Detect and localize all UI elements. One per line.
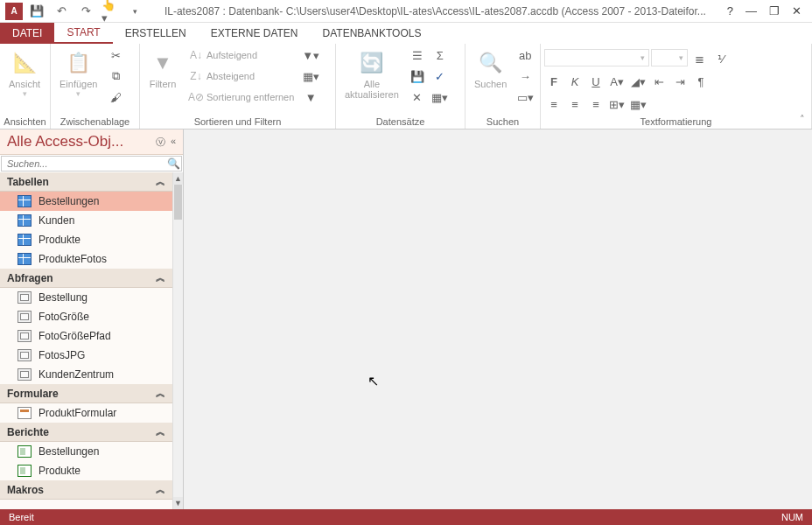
decrease-indent-icon[interactable]: ⇤ [649, 72, 668, 91]
group-datensaetze-label: Datensätze [340, 115, 461, 129]
nav-scrollbar[interactable]: ▲ ▼ [172, 172, 183, 509]
redo-icon[interactable]: ↷ [77, 3, 94, 20]
new-record-icon[interactable]: ☰ [408, 46, 427, 65]
table-item-bestellungen[interactable]: Bestellungen [0, 192, 172, 211]
sort-desc-icon: Z↓ [189, 69, 203, 83]
form-item-produktformular[interactable]: ProduktFormular [0, 403, 172, 423]
text-direction-icon[interactable]: ¶ [691, 72, 710, 91]
suchen-button[interactable]: 🔍 Suchen [469, 46, 512, 93]
query-item-fotosjpg[interactable]: FotosJPG [0, 346, 172, 365]
help-icon[interactable]: ? [727, 4, 733, 18]
replace-icon[interactable]: ab [515, 46, 535, 65]
touch-mode-icon[interactable]: 👆▾ [102, 3, 119, 20]
chevron-up-icon: ︽ [156, 425, 165, 438]
tab-datei[interactable]: DATEI [0, 23, 54, 44]
close-icon[interactable]: ✕ [792, 4, 802, 18]
font-color-icon[interactable]: A▾ [607, 72, 626, 91]
fill-color-icon[interactable]: ◢▾ [628, 72, 648, 91]
totals-icon[interactable]: Σ [430, 46, 450, 65]
window-title: IL-ates2087 : Datenbank- C:\Users\user4\… [144, 5, 727, 18]
table-item-produkte[interactable]: Produkte [0, 230, 172, 249]
align-right-icon[interactable]: ≡ [586, 94, 606, 114]
cat-tabellen[interactable]: Tabellen︽ [0, 172, 172, 192]
tab-start[interactable]: START [54, 23, 112, 44]
align-center-icon[interactable]: ≡ [565, 94, 584, 114]
item-label: FotosJPG [38, 349, 85, 361]
underline-icon[interactable]: U [586, 72, 606, 91]
save-icon[interactable]: 💾 [28, 3, 46, 20]
delete-record-icon[interactable]: ✕ [408, 88, 427, 107]
search-icon[interactable]: 🔍 [165, 158, 181, 170]
form-icon [18, 407, 32, 419]
query-item-bestellung[interactable]: Bestellung [0, 288, 172, 307]
report-item-bestellungen[interactable]: Bestellungen [0, 442, 172, 461]
report-item-produkte[interactable]: Produkte [0, 461, 172, 480]
more-records-icon[interactable]: ▦▾ [430, 88, 450, 107]
query-item-fotogroessepfad[interactable]: FotoGrößePfad [0, 326, 172, 346]
find-icon: 🔍 [477, 49, 505, 77]
align-left-icon[interactable]: ≡ [544, 94, 564, 114]
tab-externe-daten[interactable]: EXTERNE DATEN [199, 23, 311, 44]
table-item-produktefotos[interactable]: ProdukteFotos [0, 249, 172, 269]
cat-abfragen[interactable]: Abfragen︽ [0, 269, 172, 288]
alle-aktualisieren-button[interactable]: 🔄 Alle aktualisieren [340, 46, 404, 103]
chevron-up-icon: ︽ [156, 271, 165, 284]
chevron-up-icon: ︽ [156, 483, 165, 496]
toggle-filter-icon[interactable]: ▼ [301, 88, 320, 107]
nav-header[interactable]: Alle Access-Obj... ⓥ « [0, 130, 183, 155]
advanced-filter-icon[interactable]: ▦▾ [301, 66, 320, 86]
scroll-thumb[interactable] [174, 185, 182, 220]
tab-erstellen[interactable]: ERSTELLEN [113, 23, 199, 44]
tab-datenbanktools[interactable]: DATENBANKTOOLS [311, 23, 434, 44]
format-painter-icon[interactable]: 🖌 [106, 88, 125, 107]
bullets-icon[interactable]: ≣ [690, 49, 709, 68]
copy-icon[interactable]: ⧉ [106, 66, 125, 86]
einfuegen-button[interactable]: 📋 Einfügen ▾ [54, 46, 102, 102]
font-size-select[interactable]: ▾ [651, 49, 688, 66]
item-label: ProdukteFotos [38, 253, 107, 265]
nav-collapse-icon[interactable]: « [171, 136, 176, 149]
undo-icon[interactable]: ↶ [52, 3, 70, 20]
scroll-down-icon[interactable]: ▼ [173, 497, 183, 509]
cat-makros[interactable]: Makros︽ [0, 480, 172, 500]
status-bar: Bereit NUM [0, 509, 812, 525]
sortierung-entfernen-button[interactable]: A⊘Sortierung entfernen [186, 88, 298, 107]
alt-row-color-icon[interactable]: ▦▾ [628, 94, 648, 114]
selection-filter-icon[interactable]: ▼▾ [301, 46, 320, 65]
table-icon [18, 214, 32, 227]
qat-customize-icon[interactable]: ▾ [126, 3, 144, 20]
increase-indent-icon[interactable]: ⇥ [670, 72, 690, 91]
filtern-button[interactable]: ▼ Filtern [144, 46, 182, 93]
minimize-icon[interactable]: — [746, 4, 757, 18]
query-item-kundenzentrum[interactable]: KundenZentrum [0, 365, 172, 384]
cat-berichte[interactable]: Berichte︽ [0, 423, 172, 442]
bold-icon[interactable]: F [544, 72, 564, 91]
save-record-icon[interactable]: 💾 [408, 66, 427, 86]
ansicht-button[interactable]: 📐 Ansicht ▾ [4, 46, 46, 102]
cat-berichte-label: Berichte [7, 426, 49, 438]
scroll-up-icon[interactable]: ▲ [173, 172, 183, 185]
goto-icon[interactable]: → [515, 66, 535, 86]
cut-icon[interactable]: ✂ [106, 46, 125, 65]
spelling-icon[interactable]: ✓ [430, 66, 450, 86]
item-label: KundenZentrum [38, 368, 114, 381]
numbering-icon[interactable]: ⅟ [710, 49, 730, 68]
sortierung-entfernen-label: Sortierung entfernen [206, 92, 294, 102]
query-icon [18, 330, 32, 342]
aufsteigend-button[interactable]: A↓Aufsteigend [186, 46, 298, 65]
restore-icon[interactable]: ❐ [769, 4, 780, 18]
select-icon[interactable]: ▭▾ [515, 88, 535, 107]
table-item-kunden[interactable]: Kunden [0, 211, 172, 230]
gridlines-icon[interactable]: ⊞▾ [607, 94, 626, 114]
absteigend-button[interactable]: Z↓Absteigend [186, 66, 298, 86]
group-suchen-label: Suchen [469, 115, 536, 129]
report-icon [18, 465, 32, 477]
font-family-select[interactable]: ▾ [544, 49, 649, 66]
nav-dropdown-icon[interactable]: ⓥ [156, 136, 165, 149]
nav-search-input[interactable] [2, 157, 165, 171]
table-icon [18, 234, 32, 246]
cat-formulare[interactable]: Formulare︽ [0, 384, 172, 403]
collapse-ribbon-icon[interactable]: ˄ [800, 114, 805, 125]
query-item-fotogroesse[interactable]: FotoGröße [0, 307, 172, 326]
italic-icon[interactable]: K [565, 72, 584, 91]
